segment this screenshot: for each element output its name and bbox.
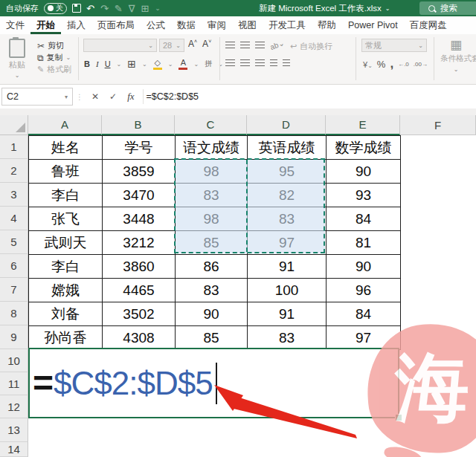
table-cell[interactable]: 4308 — [103, 326, 176, 350]
search-button[interactable]: 搜索 — [419, 1, 476, 15]
row-header-7[interactable]: 7 — [0, 278, 28, 302]
row-header-2[interactable]: 2 — [0, 159, 28, 183]
redo-icon[interactable]: ↷ — [100, 3, 109, 14]
align-left-icon[interactable] — [225, 59, 235, 66]
align-bottom-icon[interactable] — [255, 42, 265, 48]
table-cell[interactable]: 4465 — [103, 279, 176, 302]
borders-icon[interactable]: ⊞ — [127, 58, 136, 70]
table-cell[interactable]: 90 — [327, 160, 401, 184]
format-as-table-button[interactable]: ▦ 套用表格格式 — [472, 39, 476, 64]
column-header-D[interactable]: D — [247, 115, 326, 135]
document-title[interactable]: 新建 Microsoft Excel 工作表.xlsx ⌄ — [259, 0, 390, 16]
decrease-indent-icon[interactable] — [270, 59, 277, 66]
filter-icon[interactable]: ∇ — [129, 3, 135, 14]
autosave-toggle[interactable]: 关 — [44, 3, 67, 14]
bold-button[interactable]: B — [84, 59, 90, 68]
table-cell[interactable]: 84 — [327, 302, 401, 326]
cancel-entry-button[interactable]: ✕ — [86, 91, 104, 102]
table-cell[interactable]: 3859 — [103, 160, 176, 184]
table-cell[interactable]: 李白 — [29, 255, 103, 279]
row-header-1[interactable]: 1 — [0, 135, 28, 159]
table-cell[interactable]: 90 — [327, 255, 401, 279]
column-header-A[interactable]: A — [28, 115, 102, 135]
decrease-decimal-button[interactable]: .00→ — [414, 61, 428, 68]
table-header-cell[interactable]: 学号 — [103, 136, 176, 160]
tab-开发工具[interactable]: 开发工具 — [263, 16, 312, 34]
table-cell[interactable]: 85 — [176, 326, 248, 350]
table-cell[interactable]: 91 — [248, 302, 327, 326]
align-center-icon[interactable] — [240, 59, 250, 66]
table-cell[interactable]: 武则天 — [29, 231, 103, 255]
tab-百度网盘[interactable]: 百度网盘 — [404, 16, 453, 34]
table-cell[interactable]: 96 — [327, 279, 401, 302]
table-header-cell[interactable]: 姓名 — [29, 136, 103, 160]
align-top-icon[interactable] — [225, 42, 235, 48]
tab-数据[interactable]: 数据 — [171, 16, 202, 34]
align-right-icon[interactable] — [255, 59, 265, 66]
table-cell[interactable]: 83 — [248, 326, 327, 350]
comma-style-button[interactable]: , — [390, 62, 393, 67]
tab-Power Pivot[interactable]: Power Pivot — [342, 16, 404, 34]
table-icon[interactable]: ⊞ — [141, 3, 149, 14]
row-header-14[interactable]: 14 — [0, 442, 28, 457]
underline-button[interactable]: U — [105, 59, 111, 68]
table-cell[interactable]: 嫦娥 — [29, 279, 103, 302]
font-color-button[interactable]: A — [178, 59, 187, 70]
table-cell[interactable]: 3860 — [103, 255, 176, 279]
align-middle-icon[interactable] — [240, 42, 250, 48]
tab-帮助[interactable]: 帮助 — [312, 16, 342, 34]
table-cell[interactable]: 90 — [176, 302, 248, 326]
table-cell[interactable]: 81 — [327, 231, 401, 255]
more-icon[interactable]: ⌄ — [155, 4, 161, 12]
italic-button[interactable]: I — [96, 59, 99, 68]
tab-插入[interactable]: 插入 — [61, 16, 91, 34]
table-header-cell[interactable]: 英语成绩 — [248, 136, 327, 160]
insert-function-button[interactable]: fx — [122, 91, 139, 103]
row-header-11[interactable]: 11 — [0, 372, 28, 395]
name-box[interactable]: C2 ▾ — [1, 88, 73, 106]
table-cell[interactable]: 100 — [248, 279, 327, 302]
increase-decimal-button[interactable]: ←.0 — [398, 61, 409, 68]
tab-审阅[interactable]: 审阅 — [202, 16, 232, 34]
column-header-C[interactable]: C — [175, 115, 247, 135]
confirm-entry-button[interactable]: ✓ — [104, 91, 122, 102]
table-header-cell[interactable]: 语文成绩 — [176, 136, 248, 160]
column-header-F[interactable]: F — [400, 115, 476, 135]
table-cell[interactable]: 3502 — [103, 302, 176, 326]
copy-button[interactable]: ⧉ 复制 ⌄ — [37, 52, 71, 63]
number-format-select[interactable]: 常规⌄ — [361, 39, 427, 52]
undo-icon[interactable]: ↶ — [86, 3, 94, 14]
row-header-3[interactable]: 3 — [0, 183, 28, 207]
save-icon[interactable] — [72, 4, 81, 13]
table-cell[interactable]: 3470 — [103, 184, 176, 207]
row-header-6[interactable]: 6 — [0, 254, 28, 278]
shrink-font-button[interactable]: A˅ — [202, 39, 211, 49]
table-cell[interactable]: 鲁班 — [29, 160, 103, 184]
percent-style-button[interactable]: % — [377, 59, 386, 70]
table-cell[interactable]: 91 — [248, 255, 327, 279]
column-header-E[interactable]: E — [326, 115, 400, 135]
font-name-select[interactable]: ⌄ — [83, 39, 157, 52]
format-painter-button[interactable]: ✎ 格式刷 — [37, 64, 71, 75]
orientation-button[interactable]: ab⌄ — [269, 39, 286, 51]
grow-font-button[interactable]: A˄ — [188, 39, 197, 49]
row-header-5[interactable]: 5 — [0, 230, 28, 254]
fill-color-button[interactable]: ◇ — [153, 59, 162, 70]
row-header-8[interactable]: 8 — [0, 302, 28, 325]
table-cell[interactable]: 83 — [176, 279, 248, 302]
conditional-format-button[interactable]: ▦ 条件格式 ⌄ — [440, 39, 472, 73]
draw-icon[interactable]: ✎ — [115, 3, 123, 14]
table-cell[interactable]: 3448 — [103, 207, 176, 231]
table-cell[interactable]: 86 — [176, 255, 248, 279]
table-cell[interactable]: 张飞 — [29, 207, 103, 231]
table-cell[interactable]: 李白 — [29, 184, 103, 207]
formula-input[interactable]: =$C$2:$D$5 — [147, 91, 199, 102]
table-cell[interactable]: 孙尚香 — [29, 326, 103, 350]
table-cell[interactable]: 3212 — [103, 231, 176, 255]
table-header-cell[interactable]: 数学成绩 — [327, 136, 401, 160]
column-header-B[interactable]: B — [102, 115, 175, 135]
paste-button[interactable]: 粘贴 ⌄ — [9, 39, 25, 79]
cut-button[interactable]: ✂ 剪切 — [37, 40, 64, 51]
accounting-format-button[interactable]: ¥⌄ — [363, 60, 373, 69]
table-cell[interactable]: 93 — [327, 184, 401, 207]
